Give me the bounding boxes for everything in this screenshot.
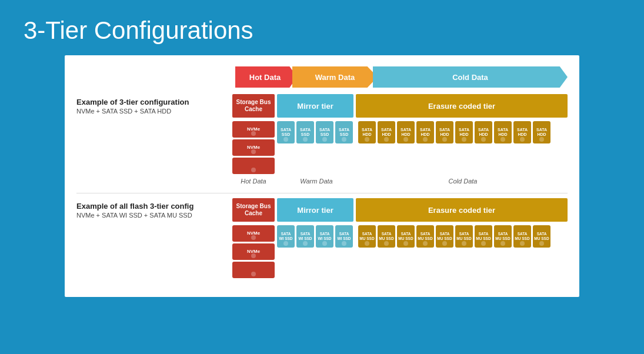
drive2-nvme-1: NVMe bbox=[232, 225, 275, 242]
drive-hdd-9: SATAHDD bbox=[513, 121, 531, 143]
drive-hdd-1: SATAHDD bbox=[358, 121, 376, 143]
config1-subtitle: NVMe + SATA SSD + SATA HDD bbox=[76, 108, 232, 115]
config2-label: Example of all flash 3-tier config NVMe … bbox=[76, 198, 232, 219]
config2-drives: NVMe NVMe SATAWI SSD SATAWI SSD SATAWI S… bbox=[232, 225, 568, 278]
label-hot: Hot Data bbox=[232, 178, 275, 185]
drive2-mu-ssd-3: SATAMU SSD bbox=[397, 225, 415, 248]
config1-cold-drives: SATAHDD SATAHDD SATAHDD SATAHDD SATAHDD … bbox=[358, 121, 568, 143]
config1-drives: NVMe NVMe SATASSD SATASSD SATASSD SATASS… bbox=[232, 121, 568, 174]
config1-bottom-labels: Hot Data Warm Data Cold Data bbox=[232, 178, 568, 185]
config1-diagram: Storage Bus Cache Mirror tier Erasure co… bbox=[232, 94, 568, 185]
drive-nvme-2: NVMe bbox=[232, 139, 275, 156]
config2-title: Example of all flash 3-tier config bbox=[76, 202, 232, 211]
drive2-nvme-3 bbox=[232, 262, 275, 278]
section-divider bbox=[76, 193, 568, 193]
drive-hdd-10: SATAHDD bbox=[533, 121, 550, 143]
drive2-wi-ssd-4: SATAWI SSD bbox=[335, 225, 353, 248]
config2-hot-drives: NVMe NVMe bbox=[232, 225, 275, 278]
config1-mirror-tier: Mirror tier bbox=[277, 94, 353, 118]
drive-sata-ssd-2: SATASSD bbox=[296, 121, 314, 143]
drive-hdd-8: SATAHDD bbox=[494, 121, 512, 143]
drive2-nvme-2: NVMe bbox=[232, 243, 275, 260]
config1-title: Example of 3-tier configuration bbox=[76, 98, 232, 106]
drive2-mu-ssd-6: SATAMU SSD bbox=[455, 225, 473, 248]
drive-hdd-2: SATAHDD bbox=[378, 121, 395, 143]
warm-data-arrow: Warm Data bbox=[292, 66, 378, 88]
drive-sata-ssd-3: SATASSD bbox=[316, 121, 333, 143]
label-cold: Cold Data bbox=[358, 178, 568, 185]
config1-tier-labels: Storage Bus Cache Mirror tier Erasure co… bbox=[232, 94, 568, 118]
drive-sata-ssd-4: SATASSD bbox=[335, 121, 353, 143]
config2-section: Example of all flash 3-tier config NVMe … bbox=[76, 198, 568, 278]
drive-nvme-3 bbox=[232, 158, 275, 174]
config2-storage-bus: Storage Bus Cache bbox=[232, 198, 275, 222]
config1-erasure-tier: Erasure coded tier bbox=[356, 94, 568, 118]
drive2-mu-ssd-2: SATAMU SSD bbox=[378, 225, 395, 248]
config2-erasure-tier: Erasure coded tier bbox=[356, 198, 568, 222]
config1-warm-drives: SATASSD SATASSD SATASSD SATASSD bbox=[277, 121, 356, 143]
page-title: 3-Tier Configurations bbox=[0, 0, 644, 55]
config2-mirror-tier: Mirror tier bbox=[277, 198, 353, 222]
drive2-mu-ssd-9: SATAMU SSD bbox=[513, 225, 531, 248]
diagram-container: Hot Data Warm Data Cold Data Example of … bbox=[65, 55, 579, 297]
config1-storage-bus: Storage Bus Cache bbox=[232, 94, 275, 118]
drive-hdd-6: SATAHDD bbox=[455, 121, 473, 143]
drive2-mu-ssd-8: SATAMU SSD bbox=[494, 225, 512, 248]
label-warm: Warm Data bbox=[277, 178, 356, 185]
drive-sata-ssd-1: SATASSD bbox=[277, 121, 295, 143]
config1-section: Example of 3-tier configuration NVMe + S… bbox=[76, 94, 568, 185]
drive-hdd-5: SATAHDD bbox=[436, 121, 453, 143]
drive2-mu-ssd-10: SATAMU SSD bbox=[533, 225, 550, 248]
arrows-row: Hot Data Warm Data Cold Data bbox=[235, 66, 568, 88]
config2-cold-drives: SATAMU SSD SATAMU SSD SATAMU SSD SATAMU … bbox=[358, 225, 568, 248]
config2-subtitle: NVMe + SATA WI SSD + SATA MU SSD bbox=[76, 212, 232, 219]
config2-diagram: Storage Bus Cache Mirror tier Erasure co… bbox=[232, 198, 568, 278]
drive-nvme-1: NVMe bbox=[232, 121, 275, 138]
drive-hdd-3: SATAHDD bbox=[397, 121, 415, 143]
config2-tier-labels: Storage Bus Cache Mirror tier Erasure co… bbox=[232, 198, 568, 222]
drive2-mu-ssd-7: SATAMU SSD bbox=[475, 225, 492, 248]
drive2-wi-ssd-3: SATAWI SSD bbox=[316, 225, 333, 248]
drive2-mu-ssd-1: SATAMU SSD bbox=[358, 225, 376, 248]
drive-hdd-7: SATAHDD bbox=[475, 121, 492, 143]
drive2-wi-ssd-1: SATAWI SSD bbox=[277, 225, 295, 248]
cold-data-arrow: Cold Data bbox=[373, 66, 568, 88]
drive2-mu-ssd-4: SATAMU SSD bbox=[416, 225, 434, 248]
config1-hot-drives: NVMe NVMe bbox=[232, 121, 275, 174]
config1-label: Example of 3-tier configuration NVMe + S… bbox=[76, 94, 232, 115]
hot-data-arrow: Hot Data bbox=[235, 66, 297, 88]
drive-hdd-4: SATAHDD bbox=[416, 121, 434, 143]
drive2-wi-ssd-2: SATAWI SSD bbox=[296, 225, 314, 248]
drive2-mu-ssd-5: SATAMU SSD bbox=[436, 225, 453, 248]
config2-warm-drives: SATAWI SSD SATAWI SSD SATAWI SSD SATAWI … bbox=[277, 225, 356, 248]
